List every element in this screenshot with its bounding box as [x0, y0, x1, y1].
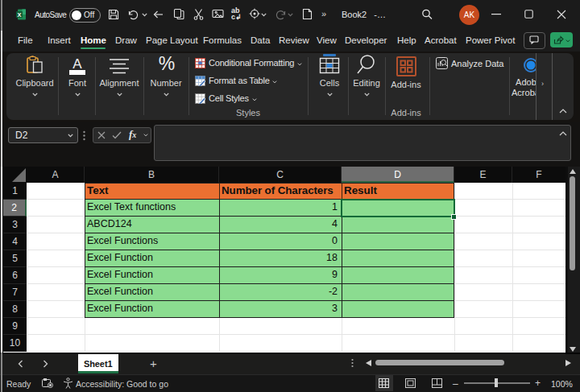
svg-text:A: A: [72, 56, 82, 72]
svg-text:X: X: [17, 11, 21, 19]
